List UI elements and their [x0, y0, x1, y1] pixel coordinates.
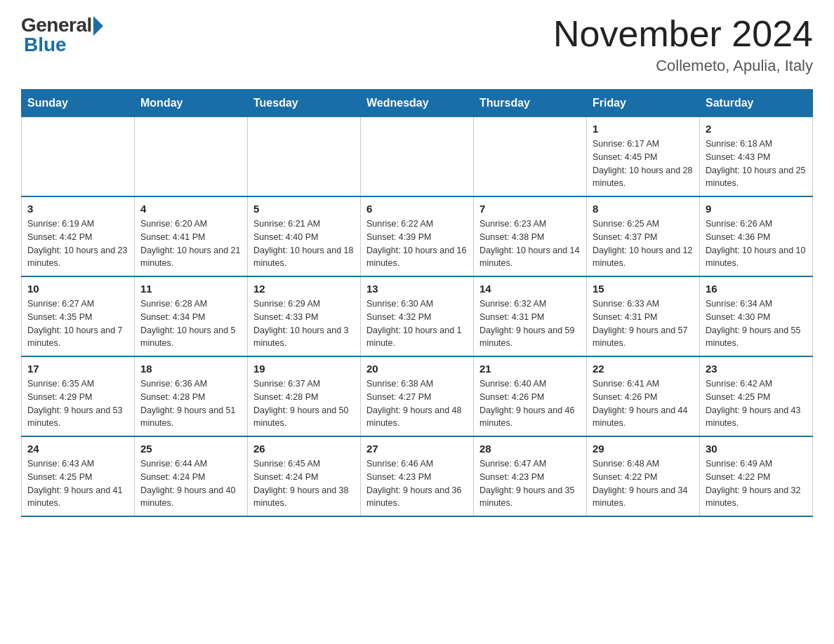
day-info: Sunrise: 6:30 AM Sunset: 4:32 PM Dayligh…: [366, 297, 468, 350]
day-info: Sunrise: 6:47 AM Sunset: 4:23 PM Dayligh…: [479, 457, 581, 510]
calendar-cell: 7Sunrise: 6:23 AM Sunset: 4:38 PM Daylig…: [474, 196, 587, 276]
day-info: Sunrise: 6:21 AM Sunset: 4:40 PM Dayligh…: [253, 217, 355, 270]
logo-arrow-icon: [93, 16, 103, 36]
day-info: Sunrise: 6:40 AM Sunset: 4:26 PM Dayligh…: [479, 377, 581, 430]
day-info: Sunrise: 6:41 AM Sunset: 4:26 PM Dayligh…: [593, 377, 694, 430]
day-number: 4: [140, 203, 241, 215]
title-block: November 2024 Collemeto, Apulia, Italy: [553, 14, 813, 75]
day-number: 24: [27, 443, 128, 455]
day-number: 26: [253, 443, 355, 455]
day-number: 11: [140, 283, 241, 295]
day-of-week-header: Monday: [135, 90, 248, 117]
calendar-cell: 16Sunrise: 6:34 AM Sunset: 4:30 PM Dayli…: [700, 276, 813, 356]
calendar-header-row: SundayMondayTuesdayWednesdayThursdayFrid…: [22, 90, 813, 117]
day-number: 5: [253, 203, 355, 215]
day-info: Sunrise: 6:46 AM Sunset: 4:23 PM Dayligh…: [366, 457, 468, 510]
calendar-cell: 30Sunrise: 6:49 AM Sunset: 4:22 PM Dayli…: [700, 436, 813, 516]
day-number: 29: [593, 443, 694, 455]
calendar-cell: 17Sunrise: 6:35 AM Sunset: 4:29 PM Dayli…: [22, 356, 135, 436]
day-info: Sunrise: 6:25 AM Sunset: 4:37 PM Dayligh…: [593, 217, 694, 270]
calendar-cell: 18Sunrise: 6:36 AM Sunset: 4:28 PM Dayli…: [135, 356, 248, 436]
logo: General Blue: [21, 14, 103, 56]
day-info: Sunrise: 6:44 AM Sunset: 4:24 PM Dayligh…: [140, 457, 241, 510]
calendar-cell: 13Sunrise: 6:30 AM Sunset: 4:32 PM Dayli…: [361, 276, 474, 356]
page-header: General Blue November 2024 Collemeto, Ap…: [21, 14, 813, 75]
calendar-week-row: 24Sunrise: 6:43 AM Sunset: 4:25 PM Dayli…: [22, 436, 813, 516]
day-number: 10: [27, 283, 128, 295]
calendar-week-row: 1Sunrise: 6:17 AM Sunset: 4:45 PM Daylig…: [22, 117, 813, 197]
calendar-cell: [361, 117, 474, 197]
day-number: 21: [479, 363, 581, 375]
day-number: 28: [479, 443, 581, 455]
day-info: Sunrise: 6:22 AM Sunset: 4:39 PM Dayligh…: [366, 217, 468, 270]
calendar-week-row: 10Sunrise: 6:27 AM Sunset: 4:35 PM Dayli…: [22, 276, 813, 356]
calendar-cell: 4Sunrise: 6:20 AM Sunset: 4:41 PM Daylig…: [135, 196, 248, 276]
day-number: 9: [706, 203, 807, 215]
calendar-cell: 27Sunrise: 6:46 AM Sunset: 4:23 PM Dayli…: [361, 436, 474, 516]
day-of-week-header: Tuesday: [248, 90, 361, 117]
calendar-cell: [135, 117, 248, 197]
day-info: Sunrise: 6:27 AM Sunset: 4:35 PM Dayligh…: [27, 297, 128, 350]
calendar-cell: 2Sunrise: 6:18 AM Sunset: 4:43 PM Daylig…: [700, 117, 813, 197]
day-number: 2: [706, 123, 807, 135]
day-info: Sunrise: 6:19 AM Sunset: 4:42 PM Dayligh…: [27, 217, 128, 270]
calendar-cell: 12Sunrise: 6:29 AM Sunset: 4:33 PM Dayli…: [248, 276, 361, 356]
calendar-cell: 3Sunrise: 6:19 AM Sunset: 4:42 PM Daylig…: [22, 196, 135, 276]
calendar-cell: 8Sunrise: 6:25 AM Sunset: 4:37 PM Daylig…: [587, 196, 700, 276]
day-info: Sunrise: 6:43 AM Sunset: 4:25 PM Dayligh…: [27, 457, 128, 510]
logo-blue-text: Blue: [24, 34, 67, 56]
calendar-cell: 22Sunrise: 6:41 AM Sunset: 4:26 PM Dayli…: [587, 356, 700, 436]
day-info: Sunrise: 6:36 AM Sunset: 4:28 PM Dayligh…: [140, 377, 241, 430]
day-number: 1: [593, 123, 694, 135]
day-info: Sunrise: 6:23 AM Sunset: 4:38 PM Dayligh…: [479, 217, 581, 270]
day-number: 13: [366, 283, 468, 295]
calendar-week-row: 17Sunrise: 6:35 AM Sunset: 4:29 PM Dayli…: [22, 356, 813, 436]
day-info: Sunrise: 6:42 AM Sunset: 4:25 PM Dayligh…: [706, 377, 807, 430]
day-of-week-header: Friday: [587, 90, 700, 117]
calendar-cell: 28Sunrise: 6:47 AM Sunset: 4:23 PM Dayli…: [474, 436, 587, 516]
day-number: 14: [479, 283, 581, 295]
calendar-cell: 26Sunrise: 6:45 AM Sunset: 4:24 PM Dayli…: [248, 436, 361, 516]
day-of-week-header: Wednesday: [361, 90, 474, 117]
day-info: Sunrise: 6:20 AM Sunset: 4:41 PM Dayligh…: [140, 217, 241, 270]
day-number: 18: [140, 363, 241, 375]
day-number: 16: [706, 283, 807, 295]
calendar-cell: [474, 117, 587, 197]
day-info: Sunrise: 6:26 AM Sunset: 4:36 PM Dayligh…: [706, 217, 807, 270]
calendar-cell: 29Sunrise: 6:48 AM Sunset: 4:22 PM Dayli…: [587, 436, 700, 516]
calendar-cell: 25Sunrise: 6:44 AM Sunset: 4:24 PM Dayli…: [135, 436, 248, 516]
day-number: 22: [593, 363, 694, 375]
location-subtitle: Collemeto, Apulia, Italy: [553, 57, 813, 75]
day-info: Sunrise: 6:45 AM Sunset: 4:24 PM Dayligh…: [253, 457, 355, 510]
day-info: Sunrise: 6:32 AM Sunset: 4:31 PM Dayligh…: [479, 297, 581, 350]
day-number: 12: [253, 283, 355, 295]
calendar-week-row: 3Sunrise: 6:19 AM Sunset: 4:42 PM Daylig…: [22, 196, 813, 276]
calendar-cell: 19Sunrise: 6:37 AM Sunset: 4:28 PM Dayli…: [248, 356, 361, 436]
calendar-cell: 23Sunrise: 6:42 AM Sunset: 4:25 PM Dayli…: [700, 356, 813, 436]
day-info: Sunrise: 6:33 AM Sunset: 4:31 PM Dayligh…: [593, 297, 694, 350]
day-number: 20: [366, 363, 468, 375]
day-info: Sunrise: 6:49 AM Sunset: 4:22 PM Dayligh…: [706, 457, 807, 510]
calendar-cell: [22, 117, 135, 197]
day-number: 25: [140, 443, 241, 455]
day-info: Sunrise: 6:18 AM Sunset: 4:43 PM Dayligh…: [706, 137, 807, 190]
day-info: Sunrise: 6:28 AM Sunset: 4:34 PM Dayligh…: [140, 297, 241, 350]
day-number: 15: [593, 283, 694, 295]
day-number: 3: [27, 203, 128, 215]
day-info: Sunrise: 6:38 AM Sunset: 4:27 PM Dayligh…: [366, 377, 468, 430]
day-info: Sunrise: 6:35 AM Sunset: 4:29 PM Dayligh…: [27, 377, 128, 430]
calendar-cell: 9Sunrise: 6:26 AM Sunset: 4:36 PM Daylig…: [700, 196, 813, 276]
day-number: 30: [706, 443, 807, 455]
day-number: 19: [253, 363, 355, 375]
day-info: Sunrise: 6:37 AM Sunset: 4:28 PM Dayligh…: [253, 377, 355, 430]
day-of-week-header: Thursday: [474, 90, 587, 117]
calendar-cell: [248, 117, 361, 197]
calendar-cell: 20Sunrise: 6:38 AM Sunset: 4:27 PM Dayli…: [361, 356, 474, 436]
calendar-cell: 21Sunrise: 6:40 AM Sunset: 4:26 PM Dayli…: [474, 356, 587, 436]
calendar-cell: 10Sunrise: 6:27 AM Sunset: 4:35 PM Dayli…: [22, 276, 135, 356]
calendar-cell: 1Sunrise: 6:17 AM Sunset: 4:45 PM Daylig…: [587, 117, 700, 197]
day-number: 17: [27, 363, 128, 375]
day-number: 7: [479, 203, 581, 215]
day-of-week-header: Sunday: [22, 90, 135, 117]
calendar-cell: 11Sunrise: 6:28 AM Sunset: 4:34 PM Dayli…: [135, 276, 248, 356]
